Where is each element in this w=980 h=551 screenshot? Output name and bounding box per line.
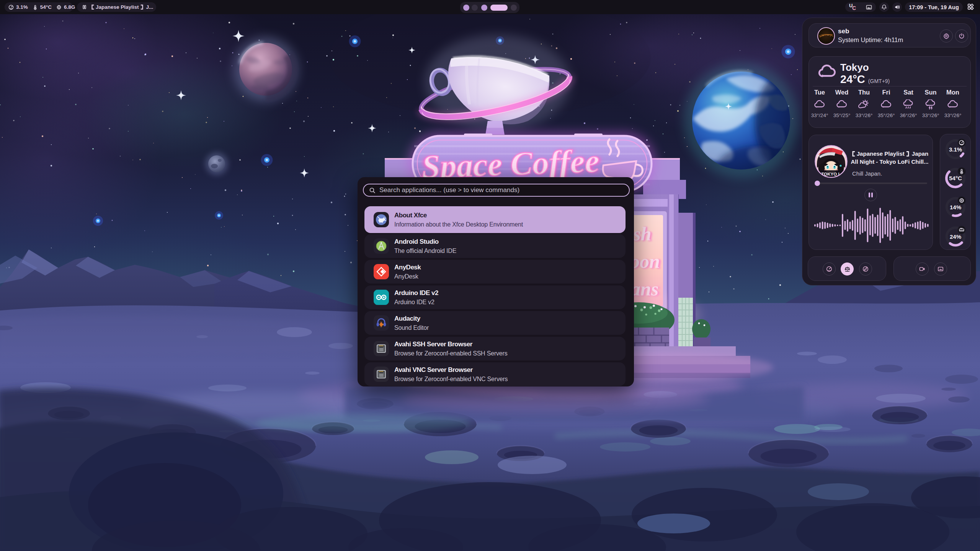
svg-text:oon: oon — [630, 251, 660, 272]
svg-text:24%: 24% — [950, 233, 961, 240]
svg-text:14%: 14% — [950, 204, 961, 210]
svg-text:3.1%: 3.1% — [949, 146, 962, 153]
svg-text:54°C: 54°C — [949, 175, 962, 181]
